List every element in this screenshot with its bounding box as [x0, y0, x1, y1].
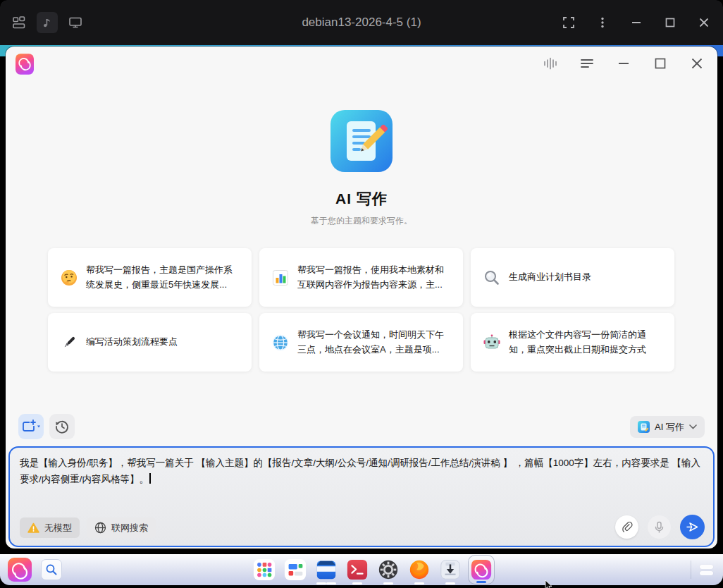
input-chips: 无模型 联网搜索: [20, 517, 156, 538]
hero-section: AI 写作 基于您的主题和要求写作。: [6, 110, 717, 227]
close-icon: [689, 56, 705, 71]
suggestion-card-label: 根据这个文件内容写一份简洁的通知，重点突出截止日期和提交方式: [509, 328, 662, 356]
taskbar: [0, 554, 723, 585]
screen: debian13-2026-4-5 (1): [0, 0, 723, 588]
prompt-input-box[interactable]: 我是【输入身份/职务】，帮我写一篇关于 【输入主题】的【报告/文章/大纲/公众号…: [8, 446, 715, 547]
minimize-icon: [616, 56, 631, 71]
send-button[interactable]: [680, 515, 705, 539]
pen-icon: [60, 333, 78, 352]
web-search-chip[interactable]: 联网搜索: [87, 517, 156, 538]
tray-bar: [700, 571, 713, 575]
app-minimize-button[interactable]: [616, 56, 631, 71]
send-icon: [686, 520, 699, 534]
dock-file-manager[interactable]: [313, 554, 340, 585]
launcher-icon: [253, 558, 276, 581]
dock-app-store[interactable]: [437, 554, 464, 585]
running-indicator: [383, 582, 393, 584]
dock-control-center[interactable]: [375, 554, 402, 585]
dock-uos-ai-active[interactable]: [468, 555, 495, 584]
active-running-indicator: [476, 581, 486, 583]
running-indicator: [326, 582, 336, 584]
running-indicator: [352, 582, 362, 584]
page-subtitle: 基于您的主题和要求写作。: [6, 215, 717, 227]
app-maximize-button[interactable]: [653, 56, 668, 71]
attach-file-button[interactable]: [615, 515, 638, 539]
input-actions: [615, 515, 705, 539]
actions-row: AI 写作: [18, 414, 705, 439]
search-button[interactable]: [41, 559, 62, 580]
suggestion-card-os-report[interactable]: 帮我写一篇报告，主题是国产操作系统发展史，侧重最近5年快速发展...: [48, 248, 252, 307]
voice-input-button[interactable]: [543, 56, 558, 71]
ai-writing-mini-icon: [638, 421, 650, 433]
taskbar-divider: [691, 561, 691, 579]
dock-launcher[interactable]: [251, 554, 278, 585]
main-menu-button[interactable]: [579, 56, 595, 71]
suggestion-card-business-plan[interactable]: 生成商业计划书目录: [471, 248, 674, 307]
app-titlebar: [6, 47, 717, 80]
dock-widgets[interactable]: [282, 554, 309, 585]
vm-minimize-button[interactable]: [627, 13, 645, 32]
settings-gear-icon: [377, 558, 400, 581]
globe-outline-icon: [94, 522, 106, 534]
kebab-menu-icon: [596, 16, 609, 29]
vm-menu-button[interactable]: [593, 13, 612, 32]
running-indicator: [414, 582, 424, 584]
chevron-down-icon: [689, 424, 697, 429]
hamburger-menu-icon: [579, 56, 595, 71]
waveform-icon: [543, 56, 558, 71]
prompt-input[interactable]: 我是【输入身份/职务】，帮我写一篇关于 【输入主题】的【报告/文章/大纲/公众号…: [20, 455, 703, 487]
suggestion-card-label: 生成商业计划书目录: [509, 270, 591, 284]
robot-icon: [483, 333, 501, 352]
prompt-text: 我是【输入身份/职务】，帮我写一篇关于 【输入主题】的【报告/文章/大纲/公众号…: [20, 458, 700, 484]
history-button[interactable]: [49, 414, 75, 439]
suggestion-card-label: 帮我写一篇报告，使用我本地素材和互联网内容作为报告内容来源，主...: [297, 263, 451, 291]
ai-writing-window: AI 写作 基于您的主题和要求写作。 帮我写一篇: [6, 47, 717, 549]
suggestion-card-file-notice[interactable]: 根据这个文件内容写一份简洁的通知，重点突出截止日期和提交方式: [471, 313, 674, 372]
microphone-icon: [653, 521, 665, 534]
fullscreen-icon: [562, 16, 576, 30]
suggestion-card-local-material-report[interactable]: 帮我写一篇报告，使用我本地素材和互联网内容作为报告内容来源，主...: [259, 248, 463, 307]
assistant-selector-label: AI 写作: [655, 421, 684, 434]
tray-panel-toggle[interactable]: [700, 565, 713, 575]
running-indicator: [445, 582, 455, 584]
vm-fullscreen-button[interactable]: [560, 13, 578, 32]
minimize-icon: [629, 16, 643, 30]
warning-icon: [27, 522, 39, 534]
suggestion-card-meeting-notice[interactable]: 帮我写一个会议通知，时间明天下午三点，地点在会议室A，主题是项...: [259, 313, 463, 372]
text-caret: [149, 473, 151, 484]
new-chat-icon: [22, 419, 40, 434]
assistant-selector[interactable]: AI 写作: [630, 416, 705, 438]
tray-bar: [700, 565, 713, 569]
history-icon: [54, 419, 70, 434]
firefox-icon: [408, 558, 431, 581]
maximize-icon: [653, 56, 668, 71]
microphone-button[interactable]: [648, 515, 671, 539]
dock-terminal[interactable]: [344, 554, 371, 585]
uos-ai-logo-icon: [16, 54, 34, 75]
terminal-icon: [346, 558, 369, 581]
close-icon: [697, 16, 711, 30]
widgets-icon: [284, 558, 307, 581]
suggestion-card-event-planning[interactable]: 编写活动策划流程要点: [48, 313, 252, 372]
suggestion-card-label: 编写活动策划流程要点: [86, 335, 178, 349]
model-selector-chip[interactable]: 无模型: [20, 517, 80, 538]
app-close-button[interactable]: [689, 56, 705, 71]
vm-maximize-button[interactable]: [661, 13, 679, 32]
dock-firefox[interactable]: [406, 554, 433, 585]
suggestion-card-label: 帮我写一篇报告，主题是国产操作系统发展史，侧重最近5年快速发展...: [86, 263, 240, 291]
globe-icon: [271, 333, 290, 352]
magnifier-icon: [483, 269, 501, 287]
suggestion-cards: 帮我写一篇报告，主题是国产操作系统发展史，侧重最近5年快速发展... 帮我写一篇…: [48, 248, 674, 372]
maximize-icon: [663, 16, 677, 30]
running-indicator: [316, 582, 326, 584]
installer-download-icon: [439, 558, 462, 581]
suggestion-card-label: 帮我写一个会议通知，时间明天下午三点，地点在会议室A，主题是项...: [297, 328, 451, 356]
paperclip-icon: [621, 521, 634, 534]
uos-ai-dock-icon[interactable]: [8, 558, 32, 582]
file-manager-icon: [315, 558, 338, 581]
new-chat-button[interactable]: [18, 414, 44, 439]
ai-writing-app-icon: [330, 110, 393, 172]
model-chip-label: 无模型: [44, 522, 72, 534]
vm-close-button[interactable]: [695, 13, 713, 32]
bar-chart-icon: [271, 269, 290, 287]
